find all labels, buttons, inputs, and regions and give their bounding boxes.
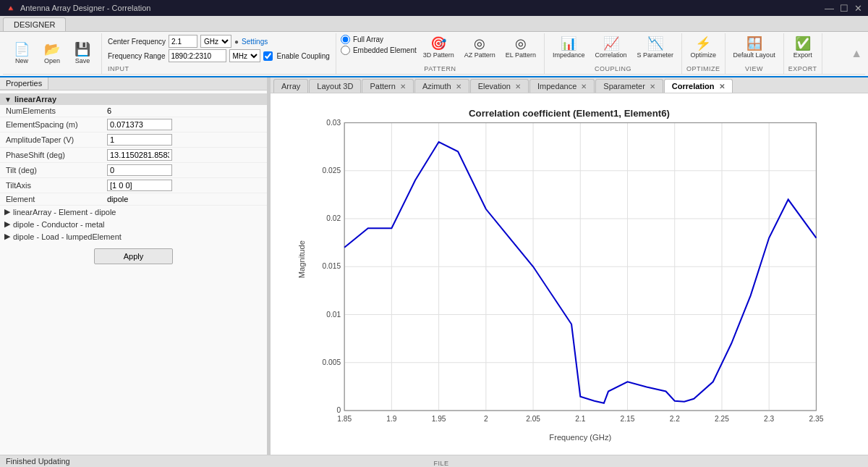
tab-array-label: Array xyxy=(281,82,300,91)
export-button[interactable]: ✅ Export xyxy=(788,35,817,61)
tab-array[interactable]: Array xyxy=(273,79,308,93)
table-row: Tilt (deg) xyxy=(0,163,267,178)
linear-array-header[interactable]: ▼ linearArray xyxy=(0,93,267,105)
x-axis-title: Frequency (GHz) xyxy=(549,433,611,442)
3d-pattern-icon: 🎯 xyxy=(430,37,446,50)
section-arrow: ▶ xyxy=(4,219,10,229)
tab-impedance[interactable]: Impedance ✕ xyxy=(529,79,595,93)
tab-pattern-close[interactable]: ✕ xyxy=(400,83,406,91)
tab-impedance-close[interactable]: ✕ xyxy=(581,83,587,91)
optimize-icon: ⚡ xyxy=(695,37,711,50)
az-pattern-button[interactable]: ◎ AZ Pattern xyxy=(461,35,499,61)
full-array-radio[interactable] xyxy=(341,35,350,44)
new-button[interactable]: 📄 New xyxy=(7,41,36,67)
save-button[interactable]: 💾 Save xyxy=(68,41,97,67)
linear-array-element-section[interactable]: ▶ linearArray - Element - dipole xyxy=(0,206,267,218)
sparameter-button[interactable]: 📉 S Parameter xyxy=(634,35,678,61)
window-title: Antenna Array Designer - Correlation xyxy=(20,4,825,12)
impedance-icon: 📊 xyxy=(561,37,576,50)
dipole-conductor-section[interactable]: ▶ dipole - Conductor - metal xyxy=(0,218,267,230)
svg-text:2.25: 2.25 xyxy=(715,415,729,423)
table-row: PhaseShift (deg) xyxy=(0,148,267,163)
tab-pattern-label: Pattern xyxy=(370,82,395,91)
amplitude-taper-input[interactable] xyxy=(107,134,172,146)
chart-area: Correlation coefficient (Element1, Eleme… xyxy=(271,93,868,455)
default-layout-icon: 🪟 xyxy=(746,37,762,50)
freq-range-label: Frequency Range xyxy=(108,52,166,60)
tab-elevation[interactable]: Elevation ✕ xyxy=(470,79,529,93)
tab-elevation-label: Elevation xyxy=(478,82,511,91)
properties-table: NumElements 6 ElementSpacing (m) Amplitu… xyxy=(0,105,267,206)
embedded-element-radio[interactable] xyxy=(341,46,350,55)
minimize-button[interactable]: — xyxy=(825,3,834,14)
chart-title: Correlation coefficient (Element1, Eleme… xyxy=(469,108,670,119)
tab-azimuth[interactable]: Azimuth ✕ xyxy=(414,79,469,93)
center-freq-input[interactable] xyxy=(169,35,197,48)
tab-layout3d[interactable]: Layout 3D xyxy=(309,79,361,93)
open-button[interactable]: 📂 Open xyxy=(38,41,67,67)
properties-tab[interactable]: Properties xyxy=(0,77,48,90)
prop-label: NumElements xyxy=(0,105,101,117)
az-pattern-icon: ◎ xyxy=(474,37,485,50)
default-layout-button[interactable]: 🪟 Default Layout xyxy=(730,35,779,61)
center-freq-unit-select[interactable]: GHz MHz xyxy=(200,35,231,48)
export-group: ✅ Export EXPORT xyxy=(784,33,822,74)
dipole-load-section[interactable]: ▶ dipole - Load - lumpedElement xyxy=(0,230,267,243)
tab-azimuth-close[interactable]: ✕ xyxy=(456,83,461,91)
app-icon: 🔺 xyxy=(6,4,16,13)
correlation-button[interactable]: 📈 Correlation xyxy=(592,35,631,61)
element-spacing-input[interactable] xyxy=(107,119,172,130)
el-pattern-button[interactable]: ◎ EL Pattern xyxy=(502,35,540,61)
optimize-group: ⚡ Optimize OPTIMIZE xyxy=(682,33,726,74)
table-row: TiltAxis xyxy=(0,178,267,193)
freq-range-input[interactable] xyxy=(169,49,226,62)
x-axis-labels: 1.85 1.9 1.95 2 2.05 2.1 2.15 2.2 2.25 2… xyxy=(337,415,823,423)
prop-label: ElementSpacing (m) xyxy=(0,117,101,132)
new-icon: 📄 xyxy=(14,43,30,56)
open-icon: 📂 xyxy=(44,43,60,56)
optimize-button[interactable]: ⚡ Optimize xyxy=(687,35,720,61)
svg-text:2.35: 2.35 xyxy=(809,415,824,423)
3d-pattern-button[interactable]: 🎯 3D Pattern xyxy=(420,35,458,61)
apply-button[interactable]: Apply xyxy=(94,248,174,264)
enable-coupling-checkbox[interactable] xyxy=(263,51,273,61)
maximize-button[interactable]: ☐ xyxy=(840,3,848,14)
tab-layout3d-label: Layout 3D xyxy=(317,82,353,91)
tab-pattern[interactable]: Pattern ✕ xyxy=(362,79,413,93)
close-button[interactable]: ✕ xyxy=(854,3,862,14)
section-label: linearArray - Element - dipole xyxy=(13,208,116,216)
svg-text:0.03: 0.03 xyxy=(326,119,341,127)
phaseshift-input[interactable] xyxy=(107,149,172,161)
tab-correlation[interactable]: Correlation ✕ xyxy=(664,79,733,93)
file-group: 📄 New 📂 Open 💾 Save FILE xyxy=(3,33,102,74)
impedance-button[interactable]: 📊 Impedance xyxy=(549,35,589,61)
svg-text:0.015: 0.015 xyxy=(323,262,341,270)
tilt-input[interactable] xyxy=(107,164,172,176)
tab-correlation-label: Correlation xyxy=(672,82,715,91)
svg-text:0.02: 0.02 xyxy=(326,214,341,222)
tiltaxis-input[interactable] xyxy=(107,180,172,191)
section-label: dipole - Load - lumpedElement xyxy=(13,232,122,241)
freq-range-unit-select[interactable]: MHz GHz xyxy=(229,49,260,62)
tab-elevation-close[interactable]: ✕ xyxy=(515,83,521,91)
ribbon: 📄 New 📂 Open 💾 Save FILE Center Frequenc… xyxy=(0,32,868,77)
svg-text:0.01: 0.01 xyxy=(326,311,341,319)
tab-sparameter-close[interactable]: ✕ xyxy=(650,83,655,91)
svg-text:0.005: 0.005 xyxy=(323,358,341,366)
table-row: NumElements 6 xyxy=(0,105,267,117)
y-axis-title: Magnitude xyxy=(297,240,306,278)
svg-text:2: 2 xyxy=(484,415,488,423)
ribbon-collapse-button[interactable]: ▲ xyxy=(848,33,865,74)
tab-correlation-close[interactable]: ✕ xyxy=(719,83,725,91)
tab-sparameter[interactable]: Sparameter ✕ xyxy=(595,79,663,93)
svg-text:1.9: 1.9 xyxy=(386,415,396,423)
designer-tab-button[interactable]: DESIGNER xyxy=(3,17,66,31)
table-row: ElementSpacing (m) xyxy=(0,117,267,132)
svg-text:2.3: 2.3 xyxy=(764,415,774,423)
settings-label[interactable]: Settings xyxy=(242,38,268,46)
table-row: Element dipole xyxy=(0,193,267,206)
svg-text:1.95: 1.95 xyxy=(432,415,446,423)
section-arrow: ▶ xyxy=(4,232,10,241)
open-label: Open xyxy=(44,57,60,64)
center-freq-label: Center Frequency xyxy=(108,38,166,46)
